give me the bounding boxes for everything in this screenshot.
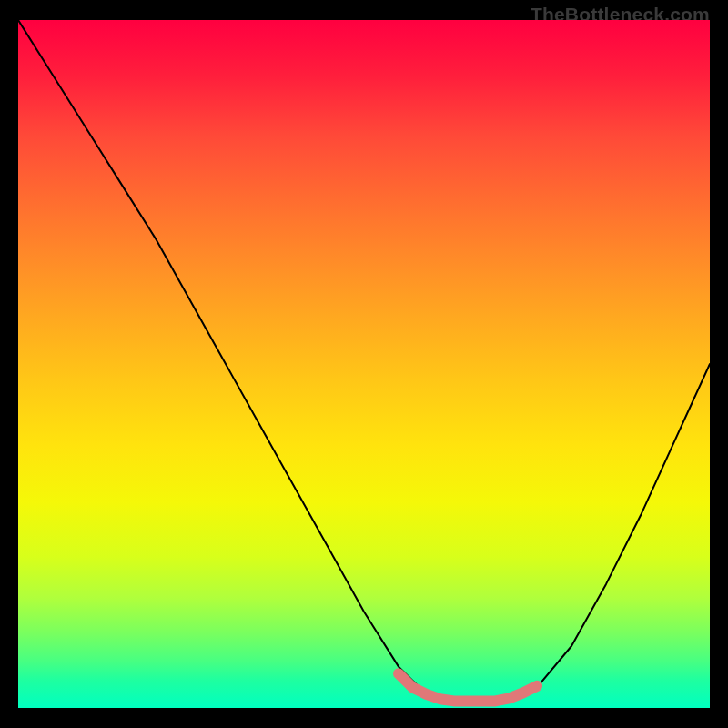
curve-svg: [18, 20, 710, 708]
plot-area: [18, 20, 710, 708]
bottleneck-chart: TheBottleneck.com: [0, 0, 728, 728]
bottleneck-curve-path: [18, 20, 710, 701]
highlight-segment-path: [399, 673, 537, 701]
